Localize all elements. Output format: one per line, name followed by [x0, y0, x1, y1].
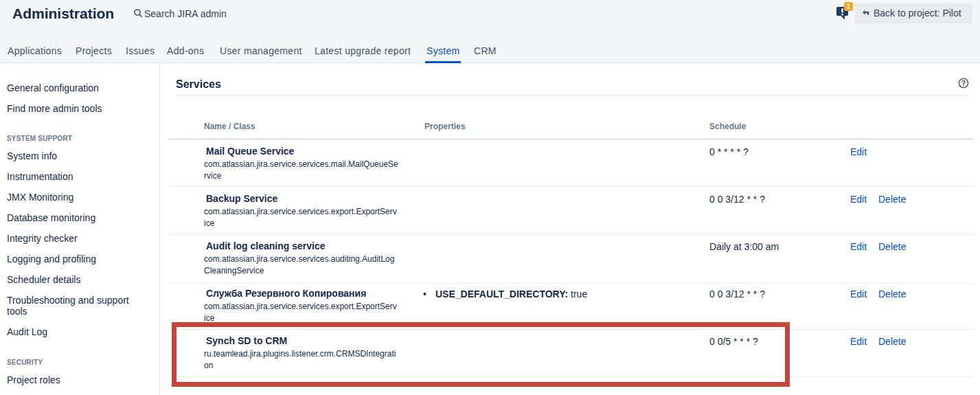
svg-text:?: ? — [961, 79, 966, 87]
svg-text:1: 1 — [847, 3, 851, 10]
